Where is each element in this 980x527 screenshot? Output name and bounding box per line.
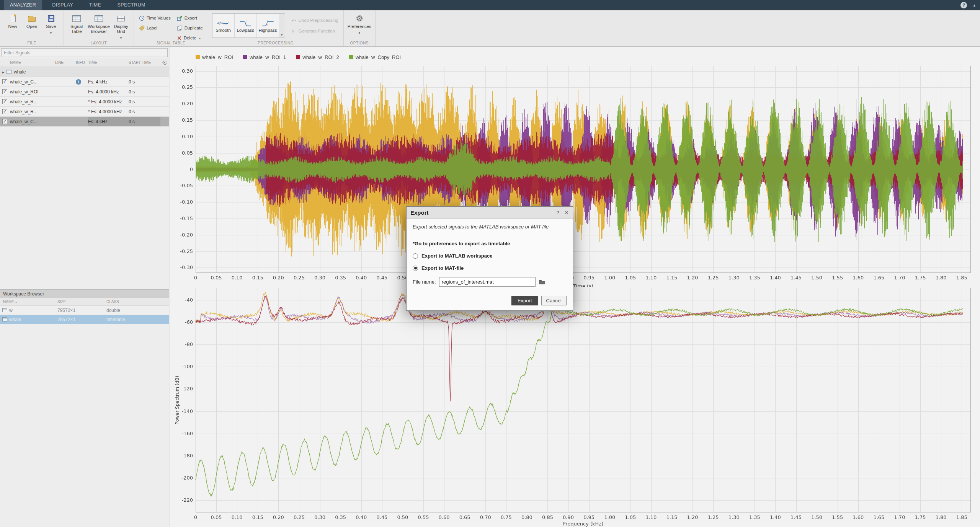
tab-display[interactable]: DISPLAY [46, 0, 79, 10]
toolstrip-collapse-icon[interactable]: ▴ [973, 3, 975, 8]
column-start-time[interactable]: START TIME [129, 60, 160, 65]
workspace-row[interactable]: w79572×1double [0, 306, 169, 315]
dialog-title: Export [410, 209, 429, 216]
checkbox-cell [0, 119, 10, 124]
filter-signals-input[interactable] [1, 48, 168, 57]
column-time[interactable]: TIME [88, 60, 129, 65]
smooth-button[interactable]: Smooth [212, 14, 235, 38]
workspace-row[interactable]: whale79572×1timetable [0, 315, 169, 324]
signal-start-time: 0 s [129, 117, 160, 126]
export-icon [177, 15, 183, 21]
file-name-input[interactable] [439, 277, 536, 287]
workspace-var-name: w [0, 308, 57, 313]
signal-name: whale_w_C... [10, 119, 55, 124]
export-button-toolstrip[interactable]: Export [176, 14, 204, 22]
checkbox-cell [0, 99, 10, 104]
lowpass-icon [238, 19, 252, 28]
workspace-var-name: whale [0, 317, 57, 322]
column-name[interactable]: NAME [10, 60, 55, 65]
function-icon: fx [291, 29, 297, 34]
signal-row[interactable]: whale_w_ROIFs: 4.0000 kHz0 s [0, 87, 169, 97]
highpass-button[interactable]: Highpass [257, 14, 279, 38]
help-icon[interactable]: ? [960, 2, 967, 8]
legend-item[interactable]: whale_w_ROI_2 [296, 54, 339, 60]
delete-dropdown-icon[interactable] [198, 36, 201, 40]
signal-checkbox[interactable] [2, 99, 7, 104]
workspace-var-size: 79572×1 [57, 317, 106, 322]
signal-name: whale_w_R... [10, 99, 55, 104]
signal-table-header: NAME LINE INFO TIME START TIME [0, 59, 169, 67]
signal-row[interactable]: whale_w_C...Fs: 4 kHz0 s [0, 117, 169, 127]
workspace-var-size: 79572×1 [57, 308, 106, 313]
export-dialog-titlebar[interactable]: Export ? ✕ [407, 207, 573, 219]
generate-function-button: fx Generate Function [290, 27, 340, 35]
signal-row[interactable]: whale_w_R...* Fs: 4.0000 kHz0 s [0, 97, 169, 107]
time-plot-canvas[interactable] [170, 57, 980, 287]
legend-item[interactable]: whale_w_Copy_ROI [349, 54, 401, 60]
ws-column-size[interactable]: SIZE [57, 300, 106, 304]
signal-group-row[interactable]: whale [0, 67, 169, 77]
time-values-button[interactable]: Time Values [138, 14, 172, 22]
tab-spectrum[interactable]: SPECTRUM [111, 0, 151, 10]
label-button[interactable]: Label [138, 24, 172, 32]
signal-checkbox[interactable] [2, 79, 7, 84]
signal-time: Fs: 4.0000 kHz [88, 89, 129, 95]
column-info[interactable]: INFO [76, 60, 88, 65]
legend-item[interactable]: whale_w_ROI_1 [243, 54, 286, 60]
radio-matfile-icon[interactable] [413, 266, 418, 271]
tab-analyzer[interactable]: ANALYZER [4, 0, 42, 10]
save-dropdown-icon[interactable] [50, 30, 52, 35]
radio-export-workspace[interactable]: Export to MATLAB workspace [413, 253, 567, 259]
workspace-browser-title: Workspace Browser [0, 289, 169, 298]
section-layout: Signal Table Workspace Browser Display G… [64, 10, 134, 46]
radio-workspace-icon[interactable] [413, 253, 418, 259]
open-button[interactable]: Open [23, 12, 41, 29]
preferences-button[interactable]: Preferences [348, 12, 371, 35]
workspace-browser-button[interactable]: Workspace Browser [87, 12, 111, 34]
duplicate-icon [177, 25, 183, 31]
signal-checkbox[interactable] [2, 89, 7, 94]
display-area: whale_w_ROIwhale_w_ROI_1whale_w_ROI_2wha… [170, 47, 980, 527]
lowpass-button[interactable]: Lowpass [235, 14, 257, 38]
info-cell: i [76, 79, 88, 85]
signal-row[interactable]: whale_w_C...iFs: 4 kHz0 s [0, 77, 169, 87]
spectrum-plot-canvas[interactable] [170, 287, 980, 527]
radio-export-matfile[interactable]: Export to MAT-file [413, 265, 567, 271]
signal-time: * Fs: 4.0000 kHz [88, 109, 129, 114]
section-options: Preferences OPTIONS [344, 10, 376, 46]
preferences-dropdown-icon[interactable] [359, 30, 361, 35]
signal-table-button[interactable]: Signal Table [68, 12, 85, 34]
display-grid-button[interactable]: Display Grid [112, 12, 130, 40]
tab-time[interactable]: TIME [83, 0, 107, 10]
signal-checkbox[interactable] [2, 109, 7, 114]
gallery-dropdown-icon[interactable] [279, 14, 285, 38]
signal-row[interactable]: whale_w_R...* Fs: 4.0000 kHz0 s [0, 107, 169, 117]
workspace-browser: Workspace Browser NAME SIZE CLASS w79572… [0, 289, 169, 324]
signal-start-time: 0 s [129, 99, 160, 104]
legend-swatch [349, 55, 353, 59]
save-button[interactable]: Save [42, 12, 60, 35]
legend-swatch [296, 55, 300, 59]
display-grid-icon [117, 16, 125, 21]
legend-item[interactable]: whale_w_ROI [196, 54, 233, 60]
duplicate-button[interactable]: Duplicate [176, 24, 204, 32]
display-grid-dropdown-icon[interactable] [120, 35, 122, 40]
section-label-file: FILE [0, 41, 64, 45]
dialog-help-icon[interactable]: ? [557, 210, 559, 215]
new-button[interactable]: New [4, 12, 21, 29]
dialog-close-icon[interactable]: ✕ [565, 210, 569, 215]
info-icon[interactable]: i [76, 79, 81, 85]
section-label-layout: LAYOUT [64, 41, 134, 45]
cancel-button[interactable]: Cancel [541, 296, 567, 305]
ws-column-class[interactable]: CLASS [106, 300, 169, 304]
export-button[interactable]: Export [511, 296, 538, 305]
expander-icon[interactable] [2, 69, 4, 75]
browse-folder-icon[interactable] [539, 279, 546, 285]
signal-checkbox[interactable] [2, 119, 7, 124]
signal-panel: NAME LINE INFO TIME START TIME whalewhal… [0, 47, 169, 527]
save-floppy-icon [48, 15, 54, 22]
table-settings-icon[interactable] [160, 60, 169, 65]
ws-column-name[interactable]: NAME [0, 300, 57, 304]
column-line[interactable]: LINE [55, 60, 76, 65]
workspace-browser-icon [95, 15, 103, 22]
